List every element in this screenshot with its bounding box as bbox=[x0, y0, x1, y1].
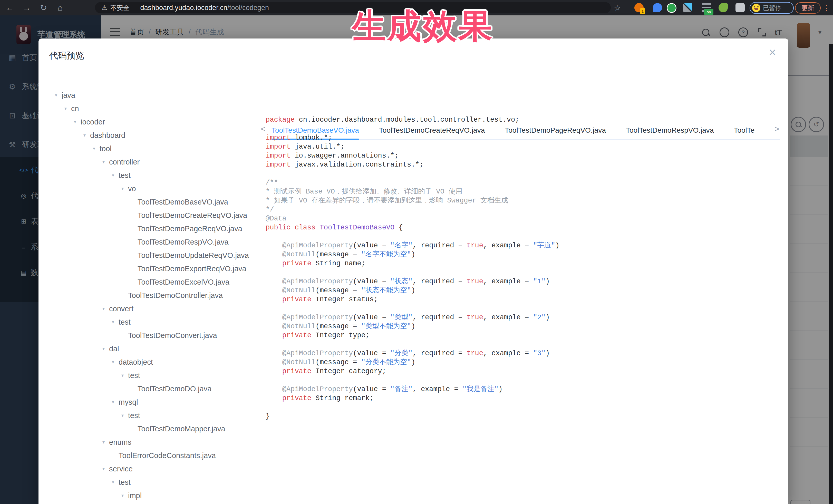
url-divider bbox=[135, 4, 135, 11]
tree-node[interactable]: ToolTestDemoExportReqVO.java bbox=[131, 262, 246, 275]
close-icon[interactable]: × bbox=[769, 46, 776, 58]
tree-expand-icon[interactable]: ▾ bbox=[121, 186, 128, 191]
tree-node[interactable]: ToolTestDemoServiceImpl.java bbox=[131, 502, 239, 504]
tree-expand-icon[interactable]: ▾ bbox=[121, 493, 128, 498]
profile-paused-chip[interactable]: 已暂停 bbox=[749, 2, 794, 14]
tree-node-label: convert bbox=[109, 305, 134, 313]
tree-node[interactable]: ▾ enums bbox=[102, 435, 132, 449]
warning-icon: ⚠ bbox=[102, 4, 107, 11]
extension-icon-orange[interactable]: 1 bbox=[634, 3, 644, 12]
tree-node-label: ToolTestDemoExportReqVO.java bbox=[138, 265, 246, 273]
tree-node[interactable]: ▾ test bbox=[121, 369, 140, 382]
tree-node[interactable]: ▾ java bbox=[55, 89, 75, 102]
tree-node-label: dashboard bbox=[90, 131, 125, 140]
tree-node[interactable]: ToolTestDemoRespVO.java bbox=[131, 235, 229, 249]
tree-node[interactable]: ToolTestDemoCreateReqVO.java bbox=[131, 209, 247, 222]
tree-expand-icon[interactable]: ▾ bbox=[112, 172, 119, 178]
tree-node-label: controller bbox=[109, 158, 140, 166]
extension-icon-list[interactable]: on bbox=[702, 3, 711, 12]
tree-expand-icon[interactable]: ▾ bbox=[55, 92, 62, 98]
extension-icon-blue-pin[interactable] bbox=[653, 3, 662, 12]
tree-node[interactable]: ▾ test bbox=[121, 409, 140, 422]
browser-scrollbar[interactable] bbox=[829, 44, 833, 504]
tree-node[interactable]: ▾ test bbox=[112, 169, 130, 182]
browser-update-button[interactable]: 更新 bbox=[795, 2, 821, 14]
tree-node-label: mysql bbox=[119, 398, 138, 407]
tree-node[interactable]: ▾ tool bbox=[93, 142, 112, 155]
paused-label: 已暂停 bbox=[763, 4, 781, 12]
tree-node[interactable]: ToolTestDemoPageReqVO.java bbox=[131, 222, 242, 235]
tree-node[interactable]: ToolErrorCodeConstants.java bbox=[112, 449, 216, 462]
extension-badge: 1 bbox=[640, 8, 645, 14]
tree-expand-icon[interactable]: ▾ bbox=[102, 346, 109, 352]
extensions-puzzle-icon[interactable] bbox=[736, 3, 745, 12]
tree-node[interactable]: ▾ test bbox=[112, 315, 130, 329]
extension-on-badge: on bbox=[704, 9, 713, 15]
tree-node[interactable]: ▾ dal bbox=[102, 342, 119, 355]
tree-expand-icon[interactable]: ▾ bbox=[112, 319, 119, 325]
bookmark-star-icon[interactable]: ☆ bbox=[614, 3, 621, 12]
tree-node[interactable]: ▾ impl bbox=[121, 489, 142, 502]
tree-node[interactable]: ▾ test bbox=[112, 476, 130, 489]
tree-node[interactable]: ToolTestDemoDO.java bbox=[131, 382, 212, 395]
tree-node[interactable]: ▾ service bbox=[102, 462, 133, 476]
tree-node-label: enums bbox=[109, 438, 132, 447]
tree-node[interactable]: ▾ vo bbox=[121, 182, 136, 195]
tree-node[interactable]: ▾ dashboard bbox=[84, 128, 125, 142]
tree-expand-icon[interactable]: ▾ bbox=[121, 413, 128, 418]
tree-node-label: dal bbox=[109, 345, 119, 353]
tree-node[interactable]: ToolTestDemoConvert.java bbox=[121, 329, 217, 342]
tree-node[interactable]: ▾ dataobject bbox=[112, 355, 153, 369]
tree-node[interactable]: ▾ controller bbox=[102, 155, 140, 169]
tree-node-label: test bbox=[119, 171, 130, 179]
extension-icon-plant[interactable] bbox=[718, 3, 728, 12]
tree-expand-icon[interactable]: ▾ bbox=[102, 439, 109, 445]
tree-node-label: ToolTestDemoDO.java bbox=[138, 385, 212, 393]
tree-node-label: ToolTestDemoUpdateReqVO.java bbox=[138, 251, 249, 260]
tree-node[interactable]: ToolTestDemoMapper.java bbox=[131, 422, 225, 435]
tree-node-label: dataobject bbox=[119, 358, 153, 366]
tree-node-label: impl bbox=[128, 491, 142, 500]
tree-node-label: ToolTestDemoConvert.java bbox=[128, 331, 217, 340]
forward-icon[interactable]: → bbox=[20, 0, 34, 16]
tree-expand-icon[interactable]: ▾ bbox=[74, 119, 80, 125]
extension-icon-green-circle[interactable] bbox=[667, 3, 676, 13]
back-icon[interactable]: ← bbox=[3, 0, 17, 16]
tree-node[interactable]: ▾ cn bbox=[65, 102, 79, 115]
tree-expand-icon[interactable]: ▾ bbox=[65, 106, 71, 111]
tree-node-label: java bbox=[62, 91, 75, 100]
tree-expand-icon[interactable]: ▾ bbox=[112, 359, 119, 365]
browser-menu-icon[interactable]: ⋮ bbox=[823, 3, 830, 12]
code-view[interactable]: package cn.iocoder.dashboard.modules.too… bbox=[266, 116, 781, 421]
tree-node[interactable]: ▾ mysql bbox=[112, 395, 138, 409]
tree-expand-icon[interactable]: ▾ bbox=[112, 479, 119, 485]
tree-node-label: ToolTestDemoPageReqVO.java bbox=[138, 224, 242, 233]
tree-node-label: tool bbox=[100, 144, 112, 153]
tree-expand-icon[interactable]: ▾ bbox=[121, 373, 128, 378]
tree-expand-icon[interactable]: ▾ bbox=[93, 146, 100, 151]
tree-node-label: ToolErrorCodeConstants.java bbox=[119, 451, 216, 460]
tree-expand-icon[interactable]: ▾ bbox=[112, 399, 119, 405]
tree-node[interactable]: ToolTestDemoBaseVO.java bbox=[131, 195, 228, 209]
tree-expand-icon[interactable]: ▾ bbox=[102, 466, 109, 472]
file-tree: ▾ java ▾ cn ▾ iocoder ▾ dashboard ▾ tool… bbox=[39, 39, 264, 504]
reload-icon[interactable]: ↻ bbox=[37, 0, 51, 16]
tree-node[interactable]: ToolTestDemoExcelVO.java bbox=[131, 275, 230, 289]
tree-expand-icon[interactable]: ▾ bbox=[84, 133, 90, 138]
extension-icon-grid[interactable] bbox=[683, 3, 692, 12]
tree-node-label: test bbox=[128, 371, 140, 380]
home-icon[interactable]: ⌂ bbox=[53, 0, 67, 16]
url-host: dashboard.yudao.iocoder.cn bbox=[140, 4, 228, 12]
tabs-scroll-left-icon[interactable]: < bbox=[261, 124, 266, 134]
tree-expand-icon[interactable]: ▾ bbox=[102, 306, 109, 312]
url-path: /tool/codegen bbox=[228, 4, 269, 12]
tree-node[interactable]: ToolTestDemoUpdateReqVO.java bbox=[131, 249, 249, 262]
tree-node-label: ToolTestDemoBaseVO.java bbox=[138, 198, 228, 206]
security-label[interactable]: 不安全 bbox=[110, 4, 129, 12]
tree-node[interactable]: ▾ iocoder bbox=[74, 115, 105, 128]
tree-expand-icon[interactable]: ▾ bbox=[102, 159, 109, 165]
tree-node[interactable]: ▾ convert bbox=[102, 302, 134, 315]
profile-emoji-avatar bbox=[752, 4, 760, 12]
tree-node[interactable]: ToolTestDemoController.java bbox=[121, 289, 223, 302]
tree-node-label: ToolTestDemoController.java bbox=[128, 291, 223, 300]
